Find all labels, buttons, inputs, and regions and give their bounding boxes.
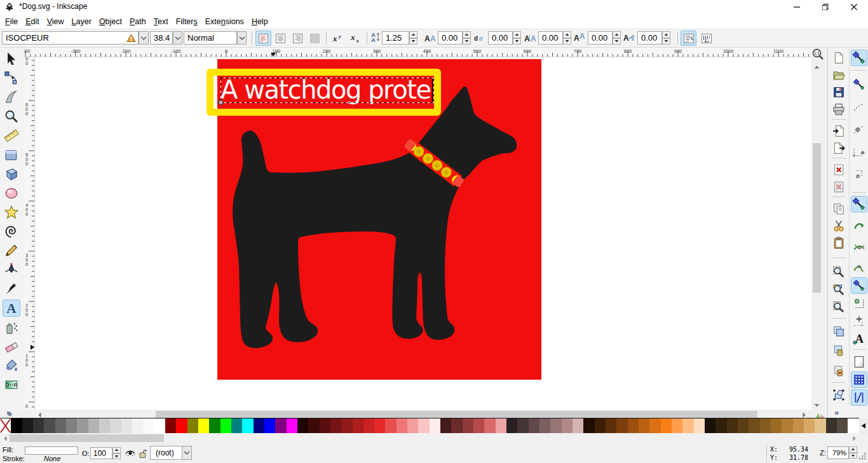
zoom-to-drawing-button[interactable]: [831, 282, 847, 298]
font-family-dropdown-arrow[interactable]: [139, 31, 149, 45]
window-resize-grip[interactable]: [859, 453, 867, 460]
line-height-input[interactable]: 1.25: [382, 31, 409, 45]
tool-calligraphy[interactable]: [3, 280, 20, 297]
tool-selector[interactable]: [3, 50, 20, 67]
palette-scroll-left-button[interactable]: [859, 418, 868, 433]
new-document-button[interactable]: [831, 50, 847, 66]
objects-dialog-button[interactable]: [831, 387, 847, 403]
vertical-shift-input[interactable]: 0.00: [588, 31, 613, 45]
font-size-dropdown-arrow[interactable]: [173, 31, 182, 45]
snap-text-baselines-button[interactable]: A: [851, 331, 867, 347]
palette-swatch[interactable]: [639, 418, 649, 433]
palette-swatch[interactable]: [22, 418, 33, 433]
palette-swatch[interactable]: [815, 418, 825, 433]
snap-grids-button[interactable]: [851, 371, 867, 388]
word-spacing-spinner-up[interactable]: [513, 31, 521, 38]
letter-spacing-spinner-down[interactable]: [463, 38, 471, 45]
character-rotation-spinner[interactable]: [662, 31, 670, 45]
palette-swatch[interactable]: [573, 418, 583, 433]
palette-swatch[interactable]: [121, 418, 132, 433]
palette-swatch[interactable]: [165, 418, 176, 433]
horizontal-kerning-spinner-up[interactable]: [563, 31, 571, 38]
snap-bounding-box-button[interactable]: [851, 76, 867, 93]
snap-rotation-centers-button[interactable]: [851, 313, 867, 329]
stroke-value[interactable]: None: [44, 455, 60, 462]
redo-button[interactable]: [831, 179, 847, 195]
horizontal-kerning-input[interactable]: 0.00: [538, 31, 563, 45]
palette-swatch[interactable]: [308, 418, 319, 433]
duplicate-button[interactable]: [831, 323, 847, 340]
palette-swatch[interactable]: [209, 418, 220, 433]
snap-others-button[interactable]: [851, 277, 867, 294]
scroll-down-arrow[interactable]: [811, 401, 822, 410]
palette-swatch[interactable]: [418, 418, 429, 433]
palette-swatch[interactable]: [628, 418, 639, 433]
palette-scrollbar[interactable]: [0, 433, 868, 444]
palette-scroll-right[interactable]: [850, 434, 858, 442]
character-rotation-spinner-up[interactable]: [662, 31, 670, 38]
palette-swatch[interactable]: [727, 418, 738, 433]
palette-scrollbar-thumb[interactable]: [10, 434, 164, 442]
menu-path[interactable]: Path: [126, 15, 150, 28]
cut-button[interactable]: [831, 218, 847, 234]
undo-button[interactable]: [831, 162, 847, 178]
restore-button[interactable]: [811, 0, 839, 14]
palette-swatch[interactable]: [397, 418, 407, 433]
palette-none-swatch[interactable]: [0, 418, 11, 433]
palette-scroll-left[interactable]: [1, 434, 9, 442]
opacity-spinner[interactable]: [112, 447, 121, 459]
tool-zoom[interactable]: [3, 107, 20, 125]
unlink-clone-button[interactable]: [831, 363, 847, 379]
palette-swatch[interactable]: [562, 418, 573, 433]
tool-paint-bucket[interactable]: [3, 357, 20, 374]
snap-bbox-edge-midpoints-button[interactable]: [851, 144, 867, 160]
tool-spray[interactable]: [3, 319, 20, 336]
font-size-input[interactable]: 38.4: [150, 31, 173, 45]
vertical-shift-spinner-down[interactable]: [613, 38, 621, 45]
menu-layer[interactable]: Layer: [68, 15, 95, 28]
palette-swatch[interactable]: [77, 418, 88, 433]
palette-swatch[interactable]: [88, 418, 99, 433]
opacity-input[interactable]: 100: [90, 447, 112, 459]
snap-cusp-nodes-button[interactable]: [851, 259, 867, 276]
copy-button[interactable]: [831, 200, 847, 217]
palette-swatch[interactable]: [341, 418, 352, 433]
layer-selector-arrow[interactable]: [182, 446, 191, 459]
snap-path-intersections-button[interactable]: [851, 239, 867, 256]
text-vertical-button[interactable]: [698, 31, 714, 46]
zoom-spinner[interactable]: [849, 446, 857, 459]
commands-bar-overflow-button[interactable]: »: [834, 408, 839, 417]
align-center-button[interactable]: [273, 31, 288, 46]
palette-swatch[interactable]: [242, 418, 253, 433]
word-spacing-spinner[interactable]: [513, 31, 521, 45]
palette-swatch[interactable]: [550, 418, 561, 433]
menu-text[interactable]: Text: [150, 15, 172, 28]
palette-swatch[interactable]: [705, 418, 715, 433]
palette-swatch[interactable]: [374, 418, 385, 433]
palette-swatch[interactable]: [55, 418, 66, 433]
palette-swatch[interactable]: [11, 418, 22, 433]
dog-artwork[interactable]: [217, 59, 541, 380]
opacity-spin-down[interactable]: [112, 453, 121, 460]
palette-swatch[interactable]: [287, 418, 297, 433]
palette-swatch[interactable]: [760, 418, 771, 433]
palette-swatch[interactable]: [749, 418, 759, 433]
zoom-spin-up[interactable]: [849, 446, 857, 453]
create-clone-button[interactable]: [831, 342, 847, 359]
palette-swatch[interactable]: [583, 418, 594, 433]
palette-swatch[interactable]: [484, 418, 495, 433]
palette-swatch[interactable]: [463, 418, 473, 433]
font-family-input[interactable]: ISOCPEUR: [2, 31, 139, 45]
palette-swatch[interactable]: [826, 418, 837, 433]
align-right-button[interactable]: [290, 31, 306, 46]
vertical-shift-spinner[interactable]: [613, 31, 621, 45]
canvas-text[interactable]: A watchdog prote: [220, 75, 431, 104]
palette-swatch[interactable]: [715, 418, 726, 433]
snap-object-centers-button[interactable]: [851, 295, 867, 312]
zoom-1-1-button[interactable]: 1:1: [811, 48, 824, 61]
minimize-button[interactable]: [782, 0, 811, 14]
layer-visibility-icon[interactable]: [125, 448, 136, 457]
palette-swatch[interactable]: [661, 418, 672, 433]
tool-eraser[interactable]: [3, 338, 20, 355]
tool-text[interactable]: A: [3, 300, 20, 317]
